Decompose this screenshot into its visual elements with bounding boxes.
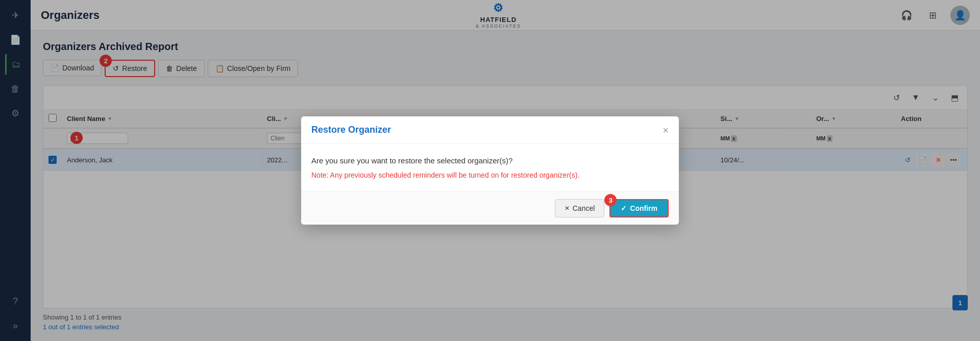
modal-header: Restore Organizer × <box>301 116 679 144</box>
modal-body: Are you sure you want to restore the sel… <box>301 144 679 191</box>
modal-title: Restore Organizer <box>311 125 391 135</box>
modal-overlay: Restore Organizer × Are you sure you wan… <box>0 0 980 341</box>
restore-organizer-modal: Restore Organizer × Are you sure you wan… <box>301 116 679 225</box>
cancel-label: Cancel <box>573 204 595 212</box>
modal-question: Are you sure you want to restore the sel… <box>311 156 669 165</box>
modal-footer: ✕ Cancel 3 ✓ Confirm <box>301 191 679 225</box>
confirm-label: Confirm <box>630 204 657 212</box>
confirm-btn-wrap: 3 ✓ Confirm <box>609 199 669 217</box>
modal-note: Note: Any previously scheduled reminders… <box>311 171 669 179</box>
cancel-button[interactable]: ✕ Cancel <box>555 199 605 217</box>
confirm-button[interactable]: ✓ Confirm <box>609 199 669 217</box>
modal-close-button[interactable]: × <box>663 125 669 135</box>
confirm-check-icon: ✓ <box>621 204 627 212</box>
cancel-x-icon: ✕ <box>565 205 570 212</box>
